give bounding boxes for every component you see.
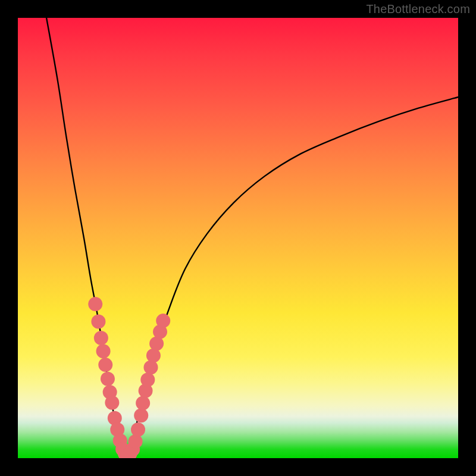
marker-dot	[88, 297, 102, 311]
marker-dot	[101, 372, 115, 386]
marker-dot	[98, 358, 112, 372]
marker-dot	[140, 372, 155, 387]
marker-dot	[136, 396, 150, 411]
curve-right-branch	[126, 97, 458, 458]
marker-points	[88, 297, 170, 458]
marker-dot	[146, 349, 161, 363]
marker-dot	[143, 361, 158, 375]
outer-frame: TheBottleneck.com	[0, 0, 476, 476]
marker-dot	[131, 422, 145, 437]
marker-dot	[94, 331, 108, 345]
marker-dot	[91, 315, 105, 329]
marker-dot	[96, 344, 111, 358]
marker-dot	[134, 408, 148, 422]
curve-layer	[18, 18, 458, 458]
marker-dot	[105, 396, 119, 410]
plot-area	[18, 18, 458, 458]
watermark-text: TheBottleneck.com	[366, 2, 470, 16]
marker-dot	[156, 314, 170, 328]
marker-dot	[129, 434, 143, 449]
